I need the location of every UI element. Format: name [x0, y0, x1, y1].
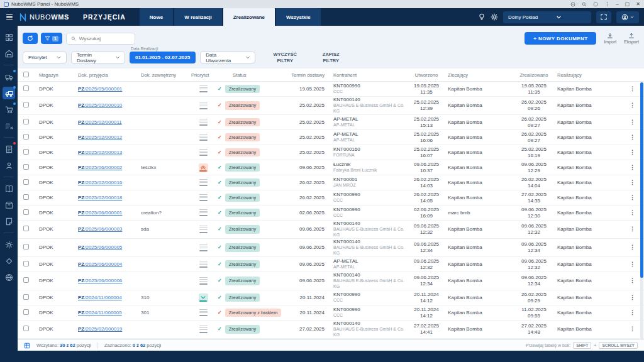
row-menu-button[interactable]: ⋮	[630, 102, 635, 109]
col-zrealizowano[interactable]: Zrealizowano	[513, 72, 557, 78]
document-link[interactable]: PZ/2025/06/000004	[78, 261, 122, 267]
browser-menu-icon[interactable]: ⋮	[604, 1, 609, 7]
window-minimize-button[interactable]: –	[616, 0, 618, 8]
document-link[interactable]: PZ/2025/02/000012	[78, 134, 122, 140]
table-settings-icon[interactable]	[24, 343, 30, 349]
col-utworzono[interactable]: Utworzono	[408, 72, 448, 78]
col-dok-przyjecia[interactable]: Dok. przyjęcia	[78, 72, 141, 78]
sidebar-item-dashboard[interactable]	[3, 31, 15, 43]
row-menu-button[interactable]: ⋮	[630, 326, 635, 332]
sidebar-item-catalog[interactable]	[3, 182, 15, 195]
document-link[interactable]: PZ/2025/06/000005	[78, 244, 122, 250]
row-menu-button[interactable]: ⋮	[630, 194, 635, 201]
search-input[interactable]	[79, 36, 130, 41]
document-link[interactable]: PZ/2025/02/000011	[78, 119, 122, 125]
refresh-button[interactable]	[23, 33, 38, 44]
document-link[interactable]: PZ/2025/06/000006	[78, 278, 122, 283]
document-link[interactable]: PZ/2025/02/000013	[78, 150, 122, 155]
row-checkbox[interactable]	[23, 134, 29, 140]
row-checkbox[interactable]	[23, 209, 29, 215]
realization-date-value[interactable]: 01.01.2025 - 02.07.2025	[130, 52, 196, 63]
row-checkbox[interactable]	[23, 244, 29, 250]
row-checkbox[interactable]	[23, 226, 29, 231]
user-menu-button[interactable]	[616, 11, 639, 23]
row-checkbox[interactable]	[23, 119, 29, 124]
document-link[interactable]: PZ/2024/11/000004	[78, 295, 122, 300]
row-menu-button[interactable]: ⋮	[630, 134, 635, 141]
document-link[interactable]: PZ/2025/02/000018	[78, 195, 122, 200]
new-document-button[interactable]: + NOWY DOKUMENT	[525, 32, 596, 45]
sidebar-item-notes[interactable]	[3, 215, 15, 228]
theme-bulb-icon[interactable]	[478, 13, 486, 21]
col-priorytet[interactable]: Priorytet	[191, 72, 218, 78]
col-zlecajacy[interactable]: Zlecający	[448, 72, 513, 78]
col-status[interactable]: Status	[218, 72, 288, 78]
row-menu-button[interactable]: ⋮	[630, 226, 635, 233]
save-filters-button[interactable]: ZAPISZ FILTRY	[314, 52, 347, 63]
sidebar-item-integrations[interactable]	[3, 255, 15, 267]
fullscreen-button[interactable]	[596, 11, 611, 23]
app-logo[interactable]: NUBOWMS	[16, 8, 75, 26]
sidebar-item-storage[interactable]	[3, 199, 15, 211]
row-checkbox[interactable]	[23, 277, 29, 283]
tab-zrealizowane[interactable]: Zrealizowane	[223, 8, 275, 26]
tab-nowe[interactable]: Nowe	[140, 8, 173, 26]
col-realizujacy[interactable]: Realizujący	[557, 72, 618, 78]
document-link[interactable]: PZ/2024/11/000005	[78, 310, 122, 315]
col-dok-zewnetrzny[interactable]: Dok. zewnętrzny	[141, 72, 191, 78]
document-link[interactable]: PZ/2025/06/000002	[78, 165, 122, 170]
window-close-button[interactable]: ✕	[636, 0, 640, 8]
row-menu-button[interactable]: ⋮	[630, 179, 635, 186]
row-checkbox[interactable]	[23, 294, 29, 300]
settings-gear-icon[interactable]	[491, 13, 498, 21]
select-all-checkbox[interactable]	[23, 72, 29, 77]
sidebar-item-receipts[interactable]	[3, 87, 15, 99]
document-link[interactable]: PZ/2025/06/000003	[78, 226, 122, 232]
menu-hamburger-icon[interactable]	[0, 8, 16, 26]
row-menu-button[interactable]: ⋮	[630, 164, 635, 171]
browser-extensions-icon[interactable]	[593, 2, 598, 7]
row-menu-button[interactable]: ⋮	[630, 277, 635, 284]
document-link[interactable]: PZ/2025/02/000016	[78, 180, 122, 185]
row-checkbox[interactable]	[23, 309, 29, 315]
row-menu-button[interactable]: ⋮	[630, 244, 635, 251]
browser-profile-icon[interactable]	[570, 2, 575, 7]
sidebar-item-warehouse[interactable]	[3, 47, 15, 60]
document-link[interactable]: PZ/2025/02/000019	[78, 326, 122, 332]
row-checkbox[interactable]	[23, 194, 29, 200]
row-checkbox[interactable]	[23, 102, 29, 107]
window-restore-button[interactable]: ▢	[625, 0, 630, 8]
row-checkbox[interactable]	[23, 85, 29, 91]
row-menu-button[interactable]: ⋮	[630, 294, 635, 301]
sidebar-item-support[interactable]	[3, 271, 15, 283]
row-menu-button[interactable]: ⋮	[630, 309, 635, 316]
col-magazyn[interactable]: Magazyn	[39, 72, 78, 78]
tab-wszystkie[interactable]: Wszystkie	[276, 8, 321, 26]
row-checkbox[interactable]	[23, 326, 29, 331]
workspace-selector[interactable]: Dolny Pokład	[503, 11, 591, 23]
row-checkbox[interactable]	[23, 149, 29, 155]
tab-w-realizacji[interactable]: W realizacji	[174, 8, 222, 26]
delivery-date-filter-select[interactable]: Termin Dostawy	[71, 52, 125, 63]
filter-button[interactable]: 1	[41, 33, 62, 44]
creation-date-filter-select[interactable]: Data Utworzenia	[200, 52, 255, 63]
row-checkbox[interactable]	[23, 179, 29, 185]
realization-date-filter[interactable]: Data Realizacji 01.01.2025 - 02.07.2025	[130, 52, 196, 63]
export-button[interactable]: Eksport	[624, 33, 639, 44]
sidebar-item-documents[interactable]	[3, 143, 15, 155]
sidebar-item-tasks[interactable]	[3, 119, 15, 132]
priority-filter-select[interactable]: Priorytet	[23, 52, 67, 63]
sidebar-item-contractors[interactable]	[3, 159, 15, 172]
clear-filters-button[interactable]: WYCZYŚĆ FILTRY	[269, 52, 301, 63]
document-link[interactable]: PZ/2025/02/000010	[78, 102, 122, 108]
browser-zoom-icon[interactable]	[582, 2, 587, 7]
sidebar-item-deliveries[interactable]	[3, 70, 15, 83]
row-menu-button[interactable]: ⋮	[630, 261, 635, 268]
import-button[interactable]: Import	[604, 33, 616, 44]
sidebar-item-settings[interactable]	[3, 238, 15, 251]
row-menu-button[interactable]: ⋮	[630, 85, 635, 92]
row-menu-button[interactable]: ⋮	[630, 149, 635, 156]
row-checkbox[interactable]	[23, 261, 29, 266]
col-kontrahent[interactable]: Kontrahent	[333, 72, 408, 78]
row-menu-button[interactable]: ⋮	[630, 119, 635, 126]
